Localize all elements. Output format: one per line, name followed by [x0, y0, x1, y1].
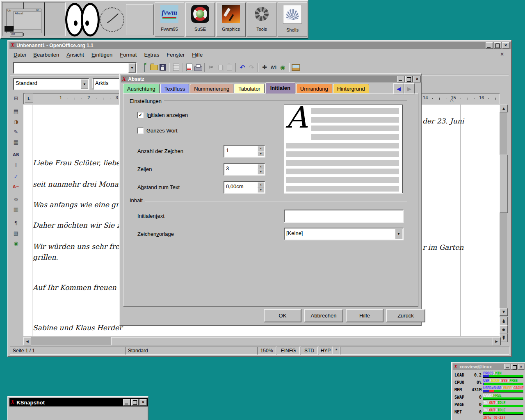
- show-initials-checkbox[interactable]: ✓ Initialen anzeigen: [137, 112, 188, 118]
- tab-initialen[interactable]: Initialen: [265, 82, 295, 94]
- print-icon[interactable]: [194, 63, 203, 72]
- launcher-graphics[interactable]: Graphics: [216, 2, 246, 37]
- minimize-button[interactable]: [397, 76, 404, 82]
- number-of-chars-stepper[interactable]: 1 ▲▼: [224, 145, 265, 158]
- previous-page-button[interactable]: ▲▲: [500, 317, 508, 325]
- scroll-left-icon[interactable]: ◀: [23, 337, 31, 345]
- save-icon[interactable]: [158, 63, 167, 72]
- tab-scroll-left-icon[interactable]: ◀: [393, 83, 404, 94]
- empty-launcher-slot[interactable]: [126, 4, 154, 35]
- tab-umrandung[interactable]: Umrandung: [296, 84, 332, 94]
- vertical-scrollbar[interactable]: ▲ ▼ ▲▲ ● ▼▼: [500, 105, 507, 342]
- spin-up-icon[interactable]: ▲: [258, 146, 264, 151]
- menu-item-einfgen[interactable]: Einfügen: [88, 51, 116, 59]
- paragraph-style-combobox[interactable]: Standard ▼: [13, 78, 89, 90]
- next-page-button[interactable]: ▼▼: [500, 333, 508, 342]
- autospellcheck-icon[interactable]: A~: [11, 182, 21, 191]
- maximize-button[interactable]: [405, 76, 413, 82]
- menu-item-format[interactable]: Format: [116, 51, 140, 59]
- minimize-button[interactable]: [123, 399, 130, 406]
- spin-down-icon[interactable]: ▼: [258, 169, 264, 175]
- export-pdf-icon[interactable]: [185, 63, 194, 72]
- form-functions-icon[interactable]: ▦: [11, 137, 21, 146]
- status-zoom[interactable]: 150%: [257, 347, 276, 355]
- launcher-tools[interactable]: Tools: [247, 2, 276, 37]
- tab-tabulator[interactable]: Tabulator: [234, 84, 264, 94]
- navigator-icon[interactable]: ✚: [260, 63, 269, 72]
- insert-object-icon[interactable]: ◑: [11, 117, 21, 126]
- autotext-icon[interactable]: AB: [11, 150, 21, 159]
- distance-to-text-stepper[interactable]: 0,00cm ▲▼: [224, 181, 265, 194]
- scroll-right-icon[interactable]: ▶: [493, 337, 500, 345]
- minimize-button[interactable]: [504, 364, 510, 370]
- horizontal-scrollbar[interactable]: ◀ ▶: [23, 337, 500, 345]
- status-selection-mode[interactable]: STD: [301, 347, 318, 355]
- menu-item-ansicht[interactable]: Ansicht: [63, 51, 88, 59]
- insert-table-icon[interactable]: ⊞: [11, 94, 21, 103]
- lines-stepper[interactable]: 3 ▲▼: [224, 163, 265, 176]
- launcher-shells[interactable]: Shells: [278, 2, 307, 37]
- spin-up-icon[interactable]: ▲: [258, 182, 264, 187]
- tab-textfluss[interactable]: Textfluss: [160, 84, 189, 94]
- menu-item-fenster[interactable]: Fenster: [163, 51, 188, 59]
- navigation-button[interactable]: ●: [500, 325, 508, 333]
- pager-mini-window[interactable]: [5, 26, 14, 32]
- direct-cursor-icon[interactable]: I: [11, 160, 21, 169]
- menu-item-datei[interactable]: Datei: [10, 51, 30, 59]
- gallery-icon[interactable]: [291, 63, 300, 72]
- openoffice-titlebar[interactable]: X Unbenannt1 - OpenOffice.org 1.1 ×: [9, 42, 511, 49]
- spin-down-icon[interactable]: ▼: [258, 187, 264, 193]
- whole-word-checkbox[interactable]: Ganzes Wort: [137, 128, 178, 134]
- close-button[interactable]: ×: [413, 76, 421, 82]
- hyperlink-icon[interactable]: ◉: [278, 63, 287, 72]
- menu-item-hilfe[interactable]: Hilfe: [188, 51, 206, 59]
- ksnapshot-titlebar[interactable]: X KSnapshot ×: [9, 398, 148, 406]
- dialog-titlebar[interactable]: X Absatz ×: [121, 75, 422, 82]
- status-insert-mode[interactable]: EINFG: [277, 347, 300, 355]
- vertical-scrollbar-thumb[interactable]: [500, 155, 508, 213]
- chevron-down-icon[interactable]: ▼: [395, 229, 402, 239]
- maximize-button[interactable]: [511, 364, 517, 370]
- undo-icon[interactable]: ↶: [238, 63, 247, 72]
- spellcheck-icon[interactable]: ✓: [11, 172, 21, 181]
- tab-scroll-right-icon[interactable]: ▶: [404, 83, 415, 94]
- ok-button[interactable]: OK: [264, 309, 301, 322]
- launcher-suse[interactable]: SuSE: [185, 2, 215, 37]
- maximize-button[interactable]: [494, 42, 501, 49]
- close-button[interactable]: ×: [502, 42, 509, 49]
- desktop-pager[interactable]: Un nt Absat UM: [2, 2, 66, 36]
- draw-functions-icon[interactable]: ✎: [11, 127, 21, 136]
- tab-stop-type-button[interactable]: L: [25, 94, 33, 103]
- nonprinting-chars-icon[interactable]: ¶: [11, 218, 21, 227]
- close-document-icon[interactable]: ×: [500, 51, 504, 57]
- find-replace-icon[interactable]: ∞: [11, 194, 21, 203]
- maximize-button[interactable]: [131, 399, 139, 406]
- graphics-onoff-icon[interactable]: ▧: [11, 228, 21, 237]
- checkbox-box[interactable]: [137, 128, 144, 134]
- data-sources-icon[interactable]: ▥: [11, 205, 21, 214]
- spin-down-icon[interactable]: ▼: [258, 151, 264, 157]
- menu-item-bearbeiten[interactable]: Bearbeiten: [30, 51, 63, 59]
- status-hyperlink-mode[interactable]: HYP: [319, 347, 333, 355]
- insert-fields-icon[interactable]: ▤: [11, 107, 21, 116]
- horizontal-scrollbar-thumb[interactable]: [111, 337, 501, 345]
- open-icon[interactable]: [149, 63, 158, 72]
- character-style-combobox[interactable]: [Keine] ▼: [284, 228, 404, 240]
- url-combobox[interactable]: ▼: [13, 62, 137, 74]
- chevron-down-icon[interactable]: ▼: [81, 79, 88, 89]
- abbrechen-button[interactable]: Abbrechen: [304, 309, 343, 322]
- hilfe-button[interactable]: Hilfe: [346, 309, 383, 322]
- pager-mini-window[interactable]: Absat: [14, 11, 41, 30]
- tab-hintergrund[interactable]: Hintergrund: [333, 84, 369, 94]
- close-button[interactable]: ×: [518, 364, 524, 370]
- scroll-up-icon[interactable]: ▲: [500, 105, 508, 112]
- tab-nummerierung[interactable]: Nummerierung: [190, 84, 233, 94]
- zurck-button[interactable]: Zurück: [386, 309, 425, 322]
- minimize-button[interactable]: [486, 42, 493, 49]
- menu-item-extras[interactable]: Extras: [140, 51, 163, 59]
- online-layout-icon[interactable]: ◉: [11, 239, 21, 248]
- initials-text-input[interactable]: [284, 210, 404, 223]
- close-button[interactable]: ×: [139, 399, 147, 406]
- spin-up-icon[interactable]: ▲: [258, 164, 264, 169]
- status-page-style[interactable]: Standard: [125, 347, 258, 355]
